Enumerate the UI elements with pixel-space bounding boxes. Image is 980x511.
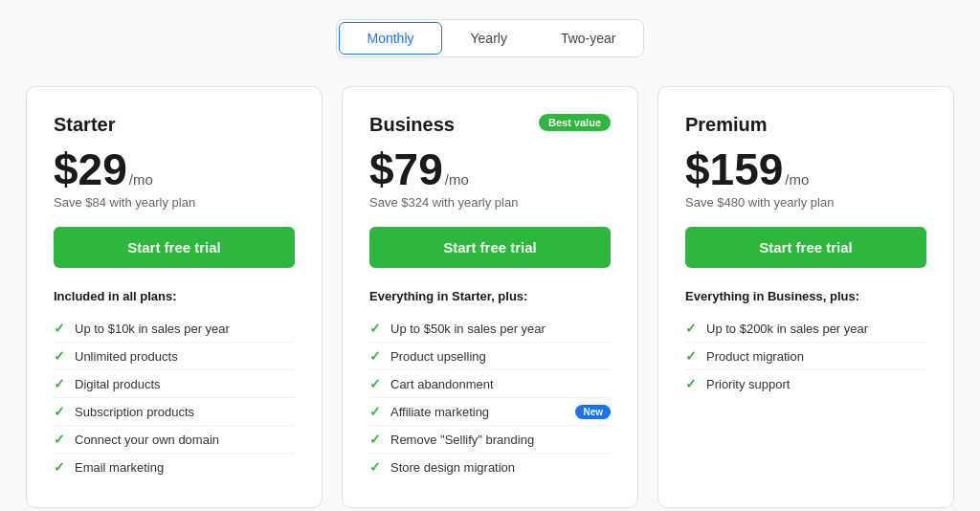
check-icon-starter-1: ✓ bbox=[54, 348, 65, 364]
feature-text-starter-3: Subscription products bbox=[75, 405, 295, 419]
feature-text-starter-0: Up to $10k in sales per year bbox=[75, 322, 295, 336]
feature-item-business-4: ✓ Remove "Sellify" branding bbox=[369, 426, 611, 454]
best-value-badge: Best value bbox=[539, 114, 611, 131]
cta-button-starter[interactable]: Start free trial bbox=[54, 227, 295, 268]
feature-item-starter-3: ✓ Subscription products bbox=[54, 398, 295, 426]
feature-item-business-2: ✓ Cart abandonment bbox=[369, 370, 611, 398]
feature-item-premium-0: ✓ Up to $200k in sales per year bbox=[685, 315, 926, 343]
feature-text-business-5: Store design migration bbox=[390, 460, 611, 475]
feature-item-premium-2: ✓ Priority support bbox=[685, 370, 926, 397]
check-icon-starter-0: ✓ bbox=[54, 321, 65, 336]
check-icon-starter-3: ✓ bbox=[54, 404, 65, 419]
price-save-starter: Save $84 with yearly plan bbox=[54, 195, 295, 210]
price-amount-starter: $29 bbox=[54, 147, 127, 191]
feature-item-starter-0: ✓ Up to $10k in sales per year bbox=[54, 315, 295, 343]
feature-text-business-0: Up to $50k in sales per year bbox=[390, 322, 611, 336]
feature-item-starter-4: ✓ Connect your own domain bbox=[54, 426, 295, 454]
plan-card-business: BusinessBest value $79 /mo Save $324 wit… bbox=[342, 86, 638, 508]
price-row-premium: $159 /mo bbox=[685, 147, 926, 191]
feature-text-starter-2: Digital products bbox=[75, 377, 295, 391]
check-icon-business-0: ✓ bbox=[369, 321, 381, 336]
feature-text-business-1: Product upselling bbox=[390, 349, 611, 364]
check-icon-business-3: ✓ bbox=[369, 404, 381, 419]
billing-option-yearly[interactable]: Yearly bbox=[444, 20, 534, 56]
plan-card-starter: Starter $29 /mo Save $84 with yearly pla… bbox=[26, 86, 323, 508]
price-save-premium: Save $480 with yearly plan bbox=[685, 195, 926, 210]
price-amount-premium: $159 bbox=[685, 147, 783, 191]
check-icon-premium-2: ✓ bbox=[685, 376, 697, 391]
billing-toggle: MonthlyYearlyTwo-year bbox=[336, 19, 643, 57]
features-label-premium: Everything in Business, plus: bbox=[685, 289, 926, 303]
feature-text-starter-5: Email marketing bbox=[75, 460, 295, 475]
price-period-starter: /mo bbox=[129, 171, 153, 188]
check-icon-starter-4: ✓ bbox=[54, 432, 65, 447]
check-icon-premium-0: ✓ bbox=[685, 321, 697, 336]
check-icon-business-1: ✓ bbox=[369, 348, 381, 364]
feature-item-premium-1: ✓ Product migration bbox=[685, 343, 926, 370]
price-save-business: Save $324 with yearly plan bbox=[369, 195, 611, 210]
price-period-premium: /mo bbox=[785, 171, 809, 188]
feature-text-starter-1: Unlimited products bbox=[75, 349, 295, 364]
check-icon-business-4: ✓ bbox=[369, 432, 381, 447]
feature-item-starter-1: ✓ Unlimited products bbox=[54, 343, 295, 370]
feature-item-business-3: ✓ Affiliate marketing New bbox=[369, 398, 611, 426]
feature-item-business-5: ✓ Store design migration bbox=[369, 454, 611, 480]
cta-button-premium[interactable]: Start free trial bbox=[685, 227, 926, 268]
price-row-business: $79 /mo bbox=[369, 147, 611, 191]
plan-name-premium: Premium bbox=[685, 114, 926, 136]
check-icon-starter-5: ✓ bbox=[54, 459, 65, 475]
feature-text-premium-2: Priority support bbox=[706, 377, 926, 391]
check-icon-starter-2: ✓ bbox=[54, 376, 65, 391]
feature-text-premium-0: Up to $200k in sales per year bbox=[706, 322, 926, 336]
feature-text-business-2: Cart abandonment bbox=[390, 377, 611, 391]
check-icon-premium-1: ✓ bbox=[685, 348, 697, 364]
check-icon-business-5: ✓ bbox=[369, 459, 381, 475]
price-amount-business: $79 bbox=[369, 147, 443, 191]
plans-container: Starter $29 /mo Save $84 with yearly pla… bbox=[19, 86, 961, 508]
feature-item-business-1: ✓ Product upselling bbox=[369, 343, 611, 370]
features-label-business: Everything in Starter, plus: bbox=[369, 289, 611, 303]
feature-item-business-0: ✓ Up to $50k in sales per year bbox=[369, 315, 611, 343]
billing-option-two-year[interactable]: Two-year bbox=[534, 20, 643, 56]
feature-text-business-4: Remove "Sellify" branding bbox=[390, 433, 611, 447]
billing-option-monthly[interactable]: Monthly bbox=[339, 22, 441, 55]
feature-text-premium-1: Product migration bbox=[706, 349, 926, 364]
feature-item-starter-5: ✓ Email marketing bbox=[54, 454, 295, 480]
features-label-starter: Included in all plans: bbox=[54, 289, 295, 303]
cta-button-business[interactable]: Start free trial bbox=[369, 227, 611, 268]
check-icon-business-2: ✓ bbox=[369, 376, 381, 391]
feature-text-business-3: Affiliate marketing bbox=[390, 405, 568, 419]
plan-name-starter: Starter bbox=[54, 114, 295, 136]
new-badge-business-3: New bbox=[575, 405, 611, 419]
price-period-business: /mo bbox=[445, 171, 469, 188]
plan-card-premium: Premium $159 /mo Save $480 with yearly p… bbox=[657, 86, 954, 508]
feature-item-starter-2: ✓ Digital products bbox=[54, 370, 295, 398]
price-row-starter: $29 /mo bbox=[54, 147, 295, 191]
feature-text-starter-4: Connect your own domain bbox=[75, 433, 295, 447]
